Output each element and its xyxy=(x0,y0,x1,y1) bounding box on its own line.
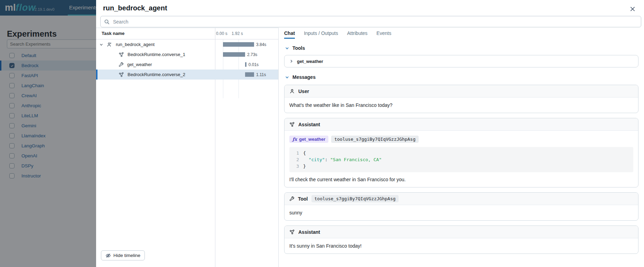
wrench-icon xyxy=(119,62,124,67)
user-icon xyxy=(289,89,295,94)
screen: mlflow 2.19.1.dev0 Experiments Experimen… xyxy=(0,0,644,267)
timeline-row-bedrockruntime-converse-2[interactable]: BedrockRuntime.converse_21.11s xyxy=(96,70,278,80)
message-card-assistant: Assistantƒxget_weathertooluse_s7ggiBy7QI… xyxy=(284,118,638,187)
hide-timeline-button[interactable]: Hide timeline xyxy=(101,250,145,260)
timeline-row-get-weather[interactable]: get_weather0.01s xyxy=(96,59,278,70)
wrench-icon xyxy=(289,196,295,201)
tool-call-chip: ƒxget_weather xyxy=(289,136,328,143)
duration-bar xyxy=(245,62,246,67)
function-icon: ƒx xyxy=(292,137,297,142)
model-icon xyxy=(289,229,295,235)
span-name-label: run_bedrock_agent xyxy=(116,42,155,47)
timeline-pane: Task name 0.00 s 1.92 s run_bedrock_agen… xyxy=(96,28,278,267)
model-icon xyxy=(119,72,124,77)
code-segment xyxy=(303,156,309,163)
code-segment: "city" xyxy=(309,156,325,163)
message-role: User xyxy=(298,89,309,94)
duration-bar xyxy=(223,52,245,57)
hide-timeline-label: Hide timeline xyxy=(113,253,140,258)
duration-label: 3.84s xyxy=(256,42,266,47)
code-segment: : xyxy=(325,156,330,163)
tab-events[interactable]: Events xyxy=(376,28,391,39)
details-tabs: ChatInputs / OutputsAttributesEvents xyxy=(279,28,644,39)
chevron-down-icon[interactable] xyxy=(99,43,103,47)
message-header: User xyxy=(284,85,638,98)
tool-call-id-chip: tooluse_s7ggiBy7QIqVGzzJGhpAsg xyxy=(331,136,419,143)
code-line: 3} xyxy=(293,163,629,169)
timeline-row-bedrockruntime-converse-1[interactable]: BedrockRuntime.converse_12.73s xyxy=(96,49,278,59)
duration-bar xyxy=(223,42,254,47)
duration-label: 0.01s xyxy=(249,62,259,67)
axis-start-label: 0.00 s xyxy=(216,31,227,36)
span-name-cell: get_weather xyxy=(96,59,215,70)
span-name-cell: run_bedrock_agent xyxy=(96,39,215,49)
tab-inputs-outputs[interactable]: Inputs / Outputs xyxy=(304,28,338,39)
messages-section-header[interactable]: Messages xyxy=(285,74,638,80)
span-name-cell: BedrockRuntime.converse_2 xyxy=(96,70,215,80)
span-duration-cell: 3.84s xyxy=(215,39,278,49)
details-pane: ChatInputs / OutputsAttributesEvents Too… xyxy=(278,28,644,267)
messages-list: UserWhat's the weather like in San Franc… xyxy=(284,85,638,254)
search-icon xyxy=(104,19,110,25)
code-segment: } xyxy=(303,163,306,169)
tools-section-title: Tools xyxy=(292,45,305,51)
agent-icon xyxy=(107,42,112,47)
line-number: 1 xyxy=(293,150,299,156)
timeline-row-run-bedrock-agent[interactable]: run_bedrock_agent3.84s xyxy=(96,39,278,49)
span-name-label: get_weather xyxy=(127,62,152,67)
task-name-header: Task name xyxy=(102,31,124,36)
message-header: Tooltooluse_s7ggiBy7QIqVGzzJGhpAsg xyxy=(284,193,638,205)
span-name-label: BedrockRuntime.converse_2 xyxy=(128,72,185,77)
tool-call-id-chip: tooluse_s7ggiBy7QIqVGzzJGhpAsg xyxy=(311,195,399,202)
code-segment: { xyxy=(303,150,306,156)
modal-title: run_bedrock_agent xyxy=(103,4,167,12)
span-name-cell: BedrockRuntime.converse_1 xyxy=(96,49,215,59)
span-name-label: BedrockRuntime.converse_1 xyxy=(128,52,185,57)
message-text: sunny xyxy=(289,210,633,215)
timeline-rows: run_bedrock_agent3.84sBedrockRuntime.con… xyxy=(96,39,278,80)
span-duration-cell: 0.01s xyxy=(215,59,278,70)
code-block: 1{2 "city": "San Francisco, CA"3} xyxy=(289,147,633,172)
message-card-tool: Tooltooluse_s7ggiBy7QIqVGzzJGhpAsgsunny xyxy=(284,192,638,221)
tools-section-header[interactable]: Tools xyxy=(285,45,638,51)
chevron-down-icon xyxy=(285,75,289,80)
message-body: sunny xyxy=(284,205,638,220)
message-role: Assistant xyxy=(298,229,320,235)
span-duration-cell: 2.73s xyxy=(215,49,278,59)
message-body: What's the weather like in San Francisco… xyxy=(284,98,638,113)
trace-search[interactable] xyxy=(100,16,641,27)
duration-label: 2.73s xyxy=(247,52,257,57)
line-number: 2 xyxy=(293,156,299,163)
duration-bar xyxy=(245,72,254,77)
trace-modal: run_bedrock_agent Task name 0.00 s 1.92 … xyxy=(96,0,644,267)
message-body: ƒxget_weathertooluse_s7ggiBy7QIqVGzzJGhp… xyxy=(284,131,638,187)
model-icon xyxy=(289,122,295,127)
message-text: It's sunny in San Francisco today! xyxy=(289,243,633,249)
chevron-down-icon xyxy=(285,46,289,50)
message-header: Assistant xyxy=(284,118,638,131)
code-line: 2 "city": "San Francisco, CA" xyxy=(293,156,629,163)
span-duration-cell: 1.11s xyxy=(215,70,278,80)
tool-call-row: ƒxget_weathertooluse_s7ggiBy7QIqVGzzJGhp… xyxy=(289,136,633,143)
message-text: What's the weather like in San Francisco… xyxy=(289,102,633,108)
tool-call-name: get_weather xyxy=(299,137,325,142)
message-text: I'll check the current weather in San Fr… xyxy=(289,177,633,182)
message-role: Tool xyxy=(298,196,308,202)
tab-chat[interactable]: Chat xyxy=(284,28,295,39)
trace-search-input[interactable] xyxy=(112,19,641,25)
message-body: It's sunny in San Francisco today! xyxy=(284,238,638,254)
duration-label: 1.11s xyxy=(256,72,266,77)
tool-items: get_weather xyxy=(284,55,638,67)
messages-section-title: Messages xyxy=(292,74,316,80)
tab-attributes[interactable]: Attributes xyxy=(347,28,367,39)
chevron-right-icon xyxy=(289,59,293,63)
code-line: 1{ xyxy=(293,150,629,156)
line-number: 3 xyxy=(293,163,299,169)
timeline-header: Task name 0.00 s 1.92 s xyxy=(96,28,278,39)
tool-definition-label: get_weather xyxy=(297,59,323,64)
tool-definition-get-weather[interactable]: get_weather xyxy=(284,55,638,67)
model-icon xyxy=(119,52,124,57)
close-icon[interactable] xyxy=(629,6,636,13)
code-segment: "San Francisco, CA" xyxy=(330,156,382,163)
axis-end-label: 1.92 s xyxy=(232,31,243,36)
